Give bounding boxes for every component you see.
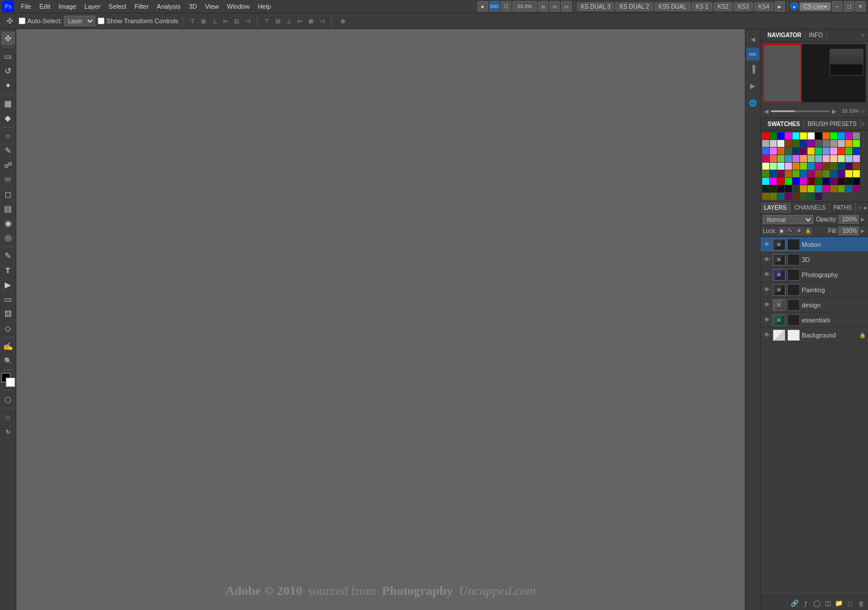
layer-item-3d[interactable]: 👁 ▣ 3D xyxy=(761,252,868,267)
menu-layer[interactable]: Layer xyxy=(81,2,104,11)
align-left-edges-btn[interactable]: ⊢ xyxy=(220,16,231,26)
swatch-67[interactable] xyxy=(777,170,784,177)
layer-item-essentials[interactable]: 👁 ▣ essentials xyxy=(761,313,868,328)
swatch-20[interactable] xyxy=(815,140,822,147)
swatch-102[interactable] xyxy=(845,185,852,192)
zoom-input[interactable]: 33.3% xyxy=(512,1,537,12)
tab-brush-presets[interactable]: BRUSH PRESETS xyxy=(804,120,860,128)
swatch-88[interactable] xyxy=(838,178,845,185)
swatch-24[interactable] xyxy=(845,140,852,147)
eyedropper-tool-btn[interactable]: ◆ xyxy=(1,111,15,125)
spot-healing-tool-btn[interactable]: ○ xyxy=(1,129,15,143)
swatch-56[interactable] xyxy=(792,163,799,170)
menu-3d[interactable]: 3D xyxy=(185,2,200,11)
swatch-93[interactable] xyxy=(777,185,784,192)
swatch-22[interactable] xyxy=(830,140,837,147)
swatch-92[interactable] xyxy=(770,185,777,192)
restore-icon[interactable]: ◻ xyxy=(844,1,854,12)
rectangle-tool-btn[interactable]: ▭ xyxy=(1,292,15,306)
swatches-panel-close[interactable]: ▿ xyxy=(862,121,865,127)
swatch-90[interactable] xyxy=(853,178,860,185)
menu-select[interactable]: Select xyxy=(105,2,130,11)
mini-web-icon[interactable]: 🌐 xyxy=(745,95,761,111)
swatch-21[interactable] xyxy=(823,140,830,147)
magic-wand-tool-btn[interactable]: ✦ xyxy=(1,78,15,92)
lasso-tool-btn[interactable]: ↺ xyxy=(1,64,15,78)
menu-help[interactable]: Help xyxy=(254,2,275,11)
layer-item-motion[interactable]: 👁 ▣ Motion xyxy=(761,237,868,252)
align-bottom-edges-btn[interactable]: ⊥ xyxy=(209,16,220,26)
swatch-76[interactable] xyxy=(845,170,852,177)
swatch-23[interactable] xyxy=(838,140,845,147)
swatch-95[interactable] xyxy=(792,185,799,192)
layer-visibility-1[interactable]: 👁 xyxy=(763,256,771,264)
min-icon[interactable]: ─ xyxy=(832,1,842,12)
swatch-106[interactable] xyxy=(777,193,784,200)
swatch-41[interactable] xyxy=(777,155,784,162)
history-brush-tool-btn[interactable]: ♾ xyxy=(1,173,15,186)
navigator-panel-close[interactable]: ▿ xyxy=(862,32,865,38)
arrange3-icon[interactable]: ⚏ xyxy=(561,1,572,12)
swatch-15[interactable] xyxy=(777,140,784,147)
swatch-108[interactable] xyxy=(792,193,799,200)
fg-bg-color-picker[interactable] xyxy=(1,373,15,387)
menu-image[interactable]: Image xyxy=(55,2,80,11)
auto-select-dropdown[interactable]: Layer Group xyxy=(64,16,95,26)
arrange-icon[interactable]: ⚌ xyxy=(538,1,548,12)
swatch-73[interactable] xyxy=(823,170,830,177)
rectangular-marquee-tool-btn[interactable]: ▭ xyxy=(1,49,15,63)
layer-mask-icon[interactable]: ◯ xyxy=(812,599,822,608)
swatch-43[interactable] xyxy=(792,155,799,162)
swatch-79[interactable] xyxy=(770,178,777,185)
layer-visibility-3[interactable]: 👁 xyxy=(763,286,771,294)
swatch-94[interactable] xyxy=(785,185,792,192)
swatch-17[interactable] xyxy=(792,140,799,147)
layer-visibility-2[interactable]: 👁 xyxy=(763,271,771,279)
screen-mode-btn[interactable]: □ xyxy=(1,410,15,424)
swatch-45[interactable] xyxy=(808,155,815,162)
swatch-51[interactable] xyxy=(853,155,860,162)
hand-tool-btn[interactable]: ✍ xyxy=(1,339,15,353)
workspace-ks-dual2[interactable]: KS DUAL 2 xyxy=(615,2,653,11)
tab-navigator[interactable]: NAVIGATOR xyxy=(764,31,805,40)
quick-mask-btn[interactable]: ◯ xyxy=(1,392,15,406)
swatch-53[interactable] xyxy=(770,163,777,170)
swatch-66[interactable] xyxy=(770,170,777,177)
swatch-103[interactable] xyxy=(853,185,860,192)
swatch-19[interactable] xyxy=(808,140,815,147)
workspace-ks2[interactable]: KS2 xyxy=(713,2,733,11)
swatch-77[interactable] xyxy=(853,170,860,177)
screen-mode-icon[interactable]: ■ xyxy=(478,1,488,12)
workspace-ks3[interactable]: KS3 xyxy=(734,2,753,11)
more-workspaces-icon[interactable]: ► xyxy=(774,1,785,12)
delete-layer-icon[interactable]: 🗑 xyxy=(856,599,866,608)
swatch-37[interactable] xyxy=(845,148,852,155)
pen-tool-btn[interactable]: ✎ xyxy=(1,249,15,263)
swatch-87[interactable] xyxy=(830,178,837,185)
swatch-28[interactable] xyxy=(777,148,784,155)
swatch-2[interactable] xyxy=(777,132,784,139)
3d-tool-btn[interactable]: ◇ xyxy=(1,321,15,335)
swatch-98[interactable] xyxy=(815,185,822,192)
swatch-105[interactable] xyxy=(770,193,777,200)
swatch-27[interactable] xyxy=(770,148,777,155)
layer-link-icon[interactable]: 🔗 xyxy=(790,599,799,608)
lock-image-icon[interactable]: ✎ xyxy=(787,228,794,235)
swatch-36[interactable] xyxy=(838,148,845,155)
align-vertical-centers-btn[interactable]: ⊞ xyxy=(198,16,209,26)
eraser-tool-btn[interactable]: ◻ xyxy=(1,187,15,201)
swatch-84[interactable] xyxy=(808,178,815,185)
swatch-7[interactable] xyxy=(815,132,822,139)
swatch-35[interactable] xyxy=(830,148,837,155)
swatch-5[interactable] xyxy=(800,132,807,139)
dodge-tool-btn[interactable]: ◎ xyxy=(1,231,15,245)
menu-filter[interactable]: Filter xyxy=(131,2,152,11)
mini-bridge-icon[interactable]: ☷ xyxy=(501,1,511,12)
lock-transparency-icon[interactable]: ◼ xyxy=(779,228,785,235)
zoom-tool-btn[interactable]: 🔍 xyxy=(1,354,15,368)
menu-file[interactable]: File xyxy=(17,2,35,11)
align-right-edges-btn[interactable]: ⊣ xyxy=(242,16,253,26)
swatch-107[interactable] xyxy=(785,193,792,200)
swatch-99[interactable] xyxy=(823,185,830,192)
swatch-4[interactable] xyxy=(792,132,799,139)
